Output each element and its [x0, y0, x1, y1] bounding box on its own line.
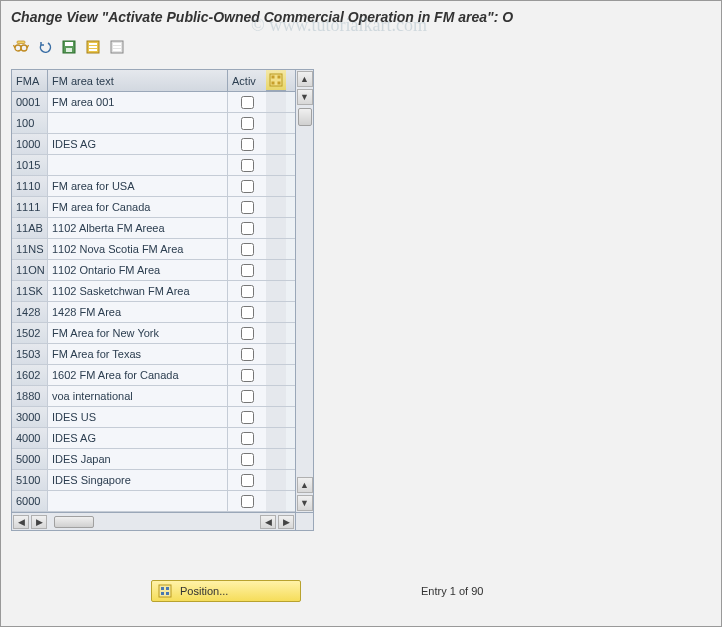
activ-checkbox[interactable]	[241, 117, 254, 130]
table-row[interactable]: 3000IDES US	[12, 407, 295, 428]
scroll-page-up-icon[interactable]: ▲	[297, 477, 313, 493]
cell-fma[interactable]: 5000	[12, 449, 48, 469]
col-fma[interactable]: FMA	[12, 70, 48, 91]
activ-checkbox[interactable]	[241, 96, 254, 109]
table-row[interactable]: 4000IDES AG	[12, 428, 295, 449]
scroll-page-left-icon[interactable]: ◀	[260, 515, 276, 529]
activ-checkbox[interactable]	[241, 180, 254, 193]
cell-fm-area-text[interactable]	[48, 113, 228, 133]
scroll-step-right-icon[interactable]: ▶	[31, 515, 47, 529]
cell-fm-area-text[interactable]: 1602 FM Area for Canada	[48, 365, 228, 385]
hscroll-thumb[interactable]	[54, 516, 94, 528]
cell-fma[interactable]: 1502	[12, 323, 48, 343]
cell-fma[interactable]: 6000	[12, 491, 48, 511]
activ-checkbox[interactable]	[241, 264, 254, 277]
configure-columns-button[interactable]	[266, 70, 286, 91]
table-row[interactable]: 1111FM area for Canada	[12, 197, 295, 218]
table-row[interactable]: 100	[12, 113, 295, 134]
table-row[interactable]: 1880voa international	[12, 386, 295, 407]
activ-checkbox[interactable]	[241, 327, 254, 340]
activ-checkbox[interactable]	[241, 201, 254, 214]
select-all-button[interactable]	[83, 37, 103, 57]
activ-checkbox[interactable]	[241, 495, 254, 508]
cell-fm-area-text[interactable]: FM area for Canada	[48, 197, 228, 217]
scroll-up-icon[interactable]: ▲	[297, 71, 313, 87]
cell-fma[interactable]: 4000	[12, 428, 48, 448]
activ-checkbox[interactable]	[241, 285, 254, 298]
other-view-button[interactable]	[11, 37, 31, 57]
cell-fma[interactable]: 11AB	[12, 218, 48, 238]
scroll-thumb[interactable]	[298, 108, 312, 126]
cell-fma[interactable]: 1880	[12, 386, 48, 406]
activ-checkbox[interactable]	[241, 159, 254, 172]
cell-fma[interactable]: 1602	[12, 365, 48, 385]
cell-fm-area-text[interactable]: 1428 FM Area	[48, 302, 228, 322]
cell-fma[interactable]: 5100	[12, 470, 48, 490]
cell-fma[interactable]: 0001	[12, 92, 48, 112]
activ-checkbox[interactable]	[241, 222, 254, 235]
cell-fma[interactable]: 1428	[12, 302, 48, 322]
activ-checkbox[interactable]	[241, 390, 254, 403]
col-activ[interactable]: Activ	[228, 70, 266, 91]
table-row[interactable]: 1015	[12, 155, 295, 176]
cell-fm-area-text[interactable]: 1102 Nova Scotia FM Area	[48, 239, 228, 259]
undo-button[interactable]	[35, 37, 55, 57]
table-row[interactable]: 1502FM Area for New York	[12, 323, 295, 344]
table-row[interactable]: 16021602 FM Area for Canada	[12, 365, 295, 386]
cell-fm-area-text[interactable]: 1102 Sasketchwan FM Area	[48, 281, 228, 301]
cell-fm-area-text[interactable]: FM Area for New York	[48, 323, 228, 343]
position-button[interactable]: Position...	[151, 580, 301, 602]
table-row[interactable]: 14281428 FM Area	[12, 302, 295, 323]
cell-fma[interactable]: 3000	[12, 407, 48, 427]
scroll-down-icon[interactable]: ▼	[297, 89, 313, 105]
table-row[interactable]: 0001FM area 001	[12, 92, 295, 113]
activ-checkbox[interactable]	[241, 138, 254, 151]
table-row[interactable]: 1000IDES AG	[12, 134, 295, 155]
cell-fma[interactable]: 1111	[12, 197, 48, 217]
activ-checkbox[interactable]	[241, 411, 254, 424]
cell-fm-area-text[interactable]: FM Area for Texas	[48, 344, 228, 364]
activ-checkbox[interactable]	[241, 306, 254, 319]
save-button[interactable]	[59, 37, 79, 57]
horizontal-scrollbar[interactable]: ◀ ▶ ◀ ▶	[11, 513, 296, 531]
cell-fm-area-text[interactable]: IDES AG	[48, 134, 228, 154]
cell-fma[interactable]: 1015	[12, 155, 48, 175]
cell-fm-area-text[interactable]	[48, 155, 228, 175]
cell-fm-area-text[interactable]: IDES AG	[48, 428, 228, 448]
table-row[interactable]: 5100IDES Singapore	[12, 470, 295, 491]
scroll-left-icon[interactable]: ◀	[13, 515, 29, 529]
activ-checkbox[interactable]	[241, 348, 254, 361]
cell-fm-area-text[interactable]: IDES Singapore	[48, 470, 228, 490]
cell-fm-area-text[interactable]: 1102 Alberta FM Areea	[48, 218, 228, 238]
cell-fma[interactable]: 11SK	[12, 281, 48, 301]
table-row[interactable]: 11AB1102 Alberta FM Areea	[12, 218, 295, 239]
cell-fma[interactable]: 1110	[12, 176, 48, 196]
table-row[interactable]: 5000IDES Japan	[12, 449, 295, 470]
cell-fma[interactable]: 100	[12, 113, 48, 133]
deselect-all-button[interactable]	[107, 37, 127, 57]
activ-checkbox[interactable]	[241, 432, 254, 445]
scroll-right-icon[interactable]: ▶	[278, 515, 294, 529]
table-row[interactable]: 1110FM area for USA	[12, 176, 295, 197]
table-row[interactable]: 11NS1102 Nova Scotia FM Area	[12, 239, 295, 260]
table-row[interactable]: 1503FM Area for Texas	[12, 344, 295, 365]
scroll-page-down-icon[interactable]: ▼	[297, 495, 313, 511]
cell-fm-area-text[interactable]: voa international	[48, 386, 228, 406]
cell-fma[interactable]: 1503	[12, 344, 48, 364]
activ-checkbox[interactable]	[241, 474, 254, 487]
vertical-scrollbar[interactable]: ▲ ▼ ▲ ▼	[296, 69, 314, 513]
table-row[interactable]: 11SK1102 Sasketchwan FM Area	[12, 281, 295, 302]
cell-fma[interactable]: 11NS	[12, 239, 48, 259]
activ-checkbox[interactable]	[241, 243, 254, 256]
cell-fma[interactable]: 11ON	[12, 260, 48, 280]
col-fm-area-text[interactable]: FM area text	[48, 70, 228, 91]
cell-fm-area-text[interactable]: IDES Japan	[48, 449, 228, 469]
activ-checkbox[interactable]	[241, 453, 254, 466]
cell-fm-area-text[interactable]: FM area 001	[48, 92, 228, 112]
cell-fma[interactable]: 1000	[12, 134, 48, 154]
cell-fm-area-text[interactable]: IDES US	[48, 407, 228, 427]
activ-checkbox[interactable]	[241, 369, 254, 382]
cell-fm-area-text[interactable]: FM area for USA	[48, 176, 228, 196]
cell-fm-area-text[interactable]	[48, 491, 228, 511]
table-row[interactable]: 6000	[12, 491, 295, 512]
